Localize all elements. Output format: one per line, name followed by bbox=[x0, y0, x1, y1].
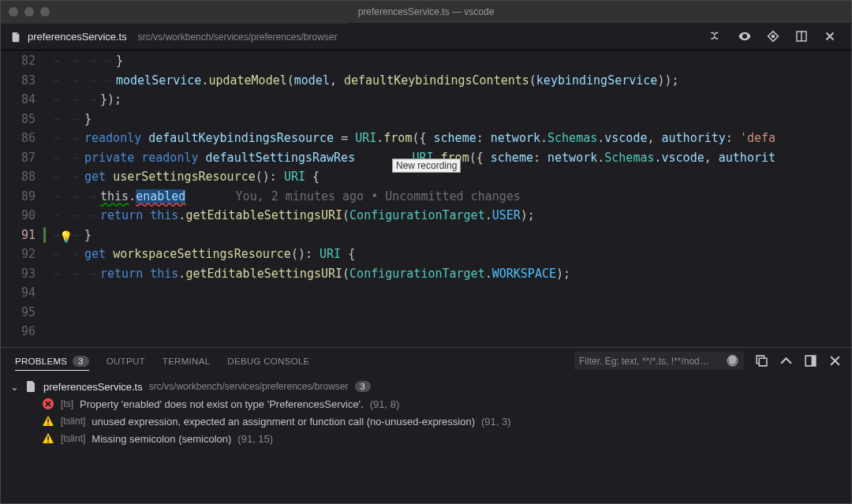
line-number: 86 bbox=[1, 129, 47, 148]
file-icon bbox=[24, 380, 37, 393]
code-line[interactable]: →→} bbox=[84, 51, 851, 71]
code-line[interactable]: →this.enabled You, 2 minutes ago • Uncom… bbox=[84, 187, 851, 207]
line-number: 96 bbox=[1, 322, 47, 342]
svg-rect-2 bbox=[47, 419, 49, 423]
line-number: 82 bbox=[1, 51, 47, 71]
problem-file-count: 3 bbox=[355, 381, 371, 392]
problem-source: [tslint] bbox=[61, 433, 85, 444]
line-number: 83 bbox=[1, 71, 47, 91]
line-number: 88 bbox=[1, 167, 47, 187]
split-editor-icon[interactable] bbox=[794, 29, 809, 43]
problem-source: [ts] bbox=[61, 398, 73, 409]
line-number: 84 bbox=[1, 90, 47, 110]
line-number: 87 bbox=[1, 148, 47, 168]
close-window-dot[interactable] bbox=[9, 7, 18, 17]
problem-item[interactable]: [tslint] Missing semicolon (semicolon) (… bbox=[7, 430, 845, 447]
problems-list: ⌄ preferencesService.ts src/vs/workbench… bbox=[1, 374, 851, 504]
problem-file-row[interactable]: ⌄ preferencesService.ts src/vs/workbench… bbox=[7, 378, 845, 395]
window-title: preferencesService.ts — vscode bbox=[358, 6, 495, 17]
editor-tab-bar: preferencesService.ts src/vs/workbench/s… bbox=[1, 23, 851, 50]
line-number: 90 bbox=[1, 206, 47, 226]
tab-terminal[interactable]: TERMINAL bbox=[163, 356, 211, 367]
problem-location: (91, 3) bbox=[481, 416, 511, 427]
code-line[interactable]: →return this.getEditableSettingsURI(Conf… bbox=[84, 206, 851, 226]
problem-message: Property 'enabled' does not exist on typ… bbox=[80, 398, 364, 410]
line-number: 92 bbox=[1, 245, 47, 264]
svg-rect-0 bbox=[812, 356, 816, 366]
problem-location: (91, 8) bbox=[370, 398, 400, 410]
problems-count-badge: 3 bbox=[73, 356, 88, 367]
tab-output[interactable]: OUTPUT bbox=[106, 356, 145, 367]
svg-rect-5 bbox=[47, 441, 49, 442]
error-icon bbox=[42, 398, 54, 410]
problem-source: [tslint] bbox=[61, 416, 85, 427]
collapse-all-icon[interactable] bbox=[755, 354, 768, 368]
line-number: 89 bbox=[1, 187, 47, 207]
problem-item[interactable]: [ts] Property 'enabled' does not exist o… bbox=[7, 395, 845, 413]
close-icon[interactable] bbox=[823, 29, 837, 43]
close-panel-icon[interactable] bbox=[828, 354, 842, 368]
title-bar: preferencesService.ts — vscode bbox=[1, 1, 851, 23]
editor-actions bbox=[709, 29, 851, 43]
line-number: 85 bbox=[1, 110, 47, 129]
problem-message: unused expression, expected an assignmen… bbox=[92, 416, 475, 427]
tab-file-name: preferencesService.ts bbox=[28, 31, 127, 43]
file-icon bbox=[10, 32, 21, 43]
tab-problems[interactable]: PROBLEMS 3 bbox=[15, 356, 89, 371]
code-line[interactable]: readonly defaultKeybindingsResource = UR… bbox=[84, 129, 851, 148]
line-number: 95 bbox=[1, 303, 47, 323]
bottom-panel: PROBLEMS 3 OUTPUT TERMINAL DEBUG CONSOLE… bbox=[1, 347, 851, 504]
problem-message: Missing semicolon (semicolon) bbox=[92, 433, 231, 445]
code-line[interactable]: get userSettingsResource(): URI { bbox=[84, 167, 851, 187]
line-number: 94 bbox=[1, 283, 47, 303]
code-line[interactable]: } bbox=[84, 110, 851, 129]
tab-file-path: src/vs/workbench/services/preferences/br… bbox=[138, 32, 338, 43]
maximize-panel-icon[interactable] bbox=[804, 354, 817, 368]
problem-file-name: preferencesService.ts bbox=[43, 381, 143, 393]
code-line[interactable]: →return this.getEditableSettingsURI(Conf… bbox=[84, 264, 851, 284]
warning-icon bbox=[42, 432, 54, 445]
line-number: 93 bbox=[1, 264, 47, 284]
filter-placeholder: Filter. Eg: text, **/*.ts, !**/nod… bbox=[579, 356, 723, 367]
svg-rect-4 bbox=[47, 436, 49, 440]
code-line[interactable]: } bbox=[84, 226, 851, 245]
panel-tab-bar: PROBLEMS 3 OUTPUT TERMINAL DEBUG CONSOLE… bbox=[1, 348, 851, 374]
code-line[interactable]: →→modelService.updateModel(model, defaul… bbox=[84, 71, 851, 91]
code-editor[interactable]: 82838485868788899091💡9293949596 →→→→→→→→… bbox=[1, 50, 851, 347]
zoom-window-dot[interactable] bbox=[40, 7, 50, 17]
chevron-down-icon: ⌄ bbox=[10, 381, 18, 393]
filter-settings-icon[interactable] bbox=[726, 354, 739, 368]
tooltip: New recording bbox=[392, 159, 461, 173]
minimize-window-dot[interactable] bbox=[24, 7, 34, 17]
editor-tab-preferences-service[interactable]: preferencesService.ts src/vs/workbench/s… bbox=[1, 23, 347, 50]
traffic-lights bbox=[1, 7, 50, 17]
problem-file-path: src/vs/workbench/services/preferences/br… bbox=[149, 381, 349, 392]
tab-debug-console[interactable]: DEBUG CONSOLE bbox=[227, 356, 309, 367]
preview-icon[interactable] bbox=[738, 29, 752, 43]
toggle-whitespace-icon[interactable] bbox=[709, 29, 723, 43]
line-number: 91💡 bbox=[1, 226, 47, 245]
code-line[interactable]: →}); bbox=[84, 90, 851, 110]
code-line[interactable]: private readonly defaultSettingsRawRes U… bbox=[84, 148, 851, 168]
code-line[interactable]: get workspaceSettingsResource(): URI { bbox=[84, 245, 851, 264]
tab-problems-label: PROBLEMS bbox=[15, 357, 67, 366]
git-icon[interactable] bbox=[766, 29, 780, 43]
warning-icon bbox=[42, 415, 54, 427]
problem-location: (91, 15) bbox=[237, 433, 273, 445]
problem-item[interactable]: [tslint] unused expression, expected an … bbox=[7, 413, 845, 430]
chevron-up-icon[interactable] bbox=[779, 354, 793, 368]
problems-filter-input[interactable]: Filter. Eg: text, **/*.ts, !**/nod… bbox=[574, 352, 744, 370]
svg-rect-3 bbox=[47, 424, 49, 425]
